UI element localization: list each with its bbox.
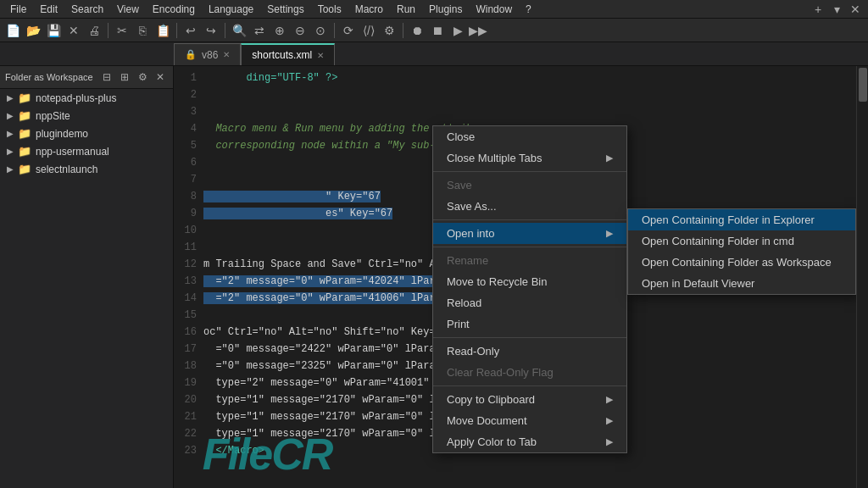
print-button[interactable]: 🖨 — [85, 21, 103, 40]
scroll-thumb[interactable] — [859, 68, 867, 102]
cm-sep-2 — [433, 219, 626, 220]
chevron-right-icon: ▶ — [7, 93, 14, 103]
menu-macro[interactable]: Macro — [348, 2, 390, 17]
arrow-icon: ▶ — [606, 152, 613, 164]
sidebar-close-button[interactable]: ✕ — [153, 69, 168, 85]
new-file-button[interactable]: 📄 — [3, 21, 22, 40]
sidebar-actions: ⊟ ⊞ ⚙ ✕ — [99, 69, 168, 85]
arrow-icon-4: ▶ — [606, 415, 613, 426]
sidebar-header: Folder as Workspace ⊟ ⊞ ⚙ ✕ — [0, 66, 173, 89]
main-area: Folder as Workspace ⊟ ⊞ ⚙ ✕ ▶ 📁 notepad-… — [0, 66, 868, 488]
menu-help[interactable]: ? — [519, 2, 538, 17]
folder-name: notepad-plus-plus — [36, 92, 116, 104]
tab-v86-label: v86 — [202, 49, 218, 61]
sidebar-collapse-button[interactable]: ⊟ — [99, 69, 114, 85]
tab-shortcuts-label: shortcuts.xml — [252, 49, 312, 61]
tab-shortcuts-xml[interactable]: shortcuts.xml ✕ — [241, 43, 335, 65]
menu-file[interactable]: File — [3, 2, 33, 17]
sidebar-item-nppsite[interactable]: ▶ 📁 nppSite — [0, 107, 173, 125]
cm-move-recycle[interactable]: Move to Recycle Bin — [433, 271, 626, 292]
menu-view[interactable]: View — [110, 2, 146, 17]
sm-explorer[interactable]: Open Containing Folder in Explorer — [628, 209, 855, 230]
save-button[interactable]: 💾 — [44, 21, 63, 40]
sm-workspace[interactable]: Open Containing Folder as Workspace — [628, 252, 855, 273]
folder-icon: 📁 — [18, 92, 31, 104]
restore-zoom-button[interactable]: ⊙ — [311, 21, 330, 40]
sidebar-settings-button[interactable]: ⚙ — [135, 69, 150, 85]
scrollbar[interactable] — [856, 66, 868, 488]
replace-button[interactable]: ⇄ — [250, 21, 269, 40]
lock-icon: 🔒 — [185, 49, 197, 60]
cm-save-as[interactable]: Save As... — [433, 196, 626, 217]
chevron-right-icon-4: ▶ — [7, 147, 14, 156]
toolbar: 📄 📂 💾 ✕ 🖨 ✂ ⎘ 📋 ↩ ↪ 🔍 ⇄ ⊕ ⊖ ⊙ ⟳ ⟨/⟩ ⚙ ⏺ … — [0, 19, 868, 42]
sidebar: Folder as Workspace ⊟ ⊞ ⚙ ✕ ▶ 📁 notepad-… — [0, 66, 174, 488]
arrow-icon-5: ▶ — [606, 436, 613, 447]
menu-language[interactable]: Language — [202, 2, 260, 17]
cm-sep-1 — [433, 171, 626, 172]
sidebar-item-usermanual[interactable]: ▶ 📁 npp-usermanual — [0, 142, 173, 160]
folder-icon-4: 📁 — [18, 145, 31, 158]
menu-tools[interactable]: Tools — [311, 2, 348, 17]
paste-button[interactable]: 📋 — [153, 21, 172, 40]
tab-v86[interactable]: 🔒 v86 ✕ — [174, 43, 241, 65]
folder-name-4: npp-usermanual — [36, 146, 109, 158]
menu-encoding[interactable]: Encoding — [146, 2, 202, 17]
tab-v86-close[interactable]: ✕ — [223, 50, 230, 59]
menu-edit[interactable]: Edit — [33, 2, 64, 17]
sm-default-viewer[interactable]: Open in Default Viewer — [628, 273, 855, 294]
cm-apply-color[interactable]: Apply Color to Tab ▶ — [433, 431, 626, 452]
indent-button[interactable]: ⟨/⟩ — [359, 21, 378, 40]
folder-name-2: nppSite — [36, 110, 70, 122]
close-window-button[interactable]: ✕ — [846, 0, 865, 19]
copy-button[interactable]: ⎘ — [133, 21, 152, 40]
toolbar-separator-2 — [176, 23, 177, 38]
cm-sep-4 — [433, 337, 626, 338]
menu-settings[interactable]: Settings — [260, 2, 310, 17]
menu-plugins[interactable]: Plugins — [422, 2, 469, 17]
zoom-out-button[interactable]: ⊖ — [291, 21, 309, 40]
cm-copy-clipboard[interactable]: Copy to Clipboard ▶ — [433, 389, 626, 410]
arrow-icon-3: ▶ — [606, 394, 613, 405]
code-line-1: 1 ding="UTF-8" ?> — [174, 69, 856, 86]
find-button[interactable]: 🔍 — [230, 21, 248, 40]
dropdown-button[interactable]: ▾ — [827, 0, 846, 19]
play-all-button[interactable]: ▶▶ — [469, 21, 487, 40]
new-window-button[interactable]: + — [809, 0, 827, 19]
cm-print[interactable]: Print — [433, 313, 626, 335]
submenu-openinto: Open Containing Folder in Explorer Open … — [627, 208, 856, 295]
code-line-2: 2 — [174, 86, 856, 103]
macro-button[interactable]: ⚙ — [380, 21, 398, 40]
menu-search[interactable]: Search — [64, 2, 110, 17]
menu-window[interactable]: Window — [469, 2, 519, 17]
sync-button[interactable]: ⟳ — [339, 21, 358, 40]
menu-run[interactable]: Run — [390, 2, 422, 17]
stop-button[interactable]: ⏹ — [428, 21, 447, 40]
undo-button[interactable]: ↩ — [181, 21, 200, 40]
sidebar-expand-button[interactable]: ⊞ — [117, 69, 132, 85]
editor[interactable]: 1 ding="UTF-8" ?> 2 3 4 Macro menu & Run… — [174, 66, 856, 488]
context-menu: Close Close Multiple Tabs ▶ Save Save As… — [432, 125, 627, 453]
folder-icon-2: 📁 — [18, 109, 31, 122]
cm-reload[interactable]: Reload — [433, 292, 626, 313]
sidebar-title: Folder as Workspace — [5, 72, 93, 82]
cm-move-document[interactable]: Move Document ▶ — [433, 410, 626, 431]
close-button[interactable]: ✕ — [64, 21, 83, 40]
cm-clear-readonly: Clear Read-Only Flag — [433, 362, 626, 383]
record-button[interactable]: ⏺ — [408, 21, 426, 40]
play-button[interactable]: ▶ — [448, 21, 467, 40]
sidebar-item-plugindemo[interactable]: ▶ 📁 plugindemo — [0, 125, 173, 142]
redo-button[interactable]: ↪ — [202, 21, 220, 40]
open-file-button[interactable]: 📂 — [24, 21, 42, 40]
sidebar-item-selectnlaunch[interactable]: ▶ 📁 selectnlaunch — [0, 160, 173, 178]
zoom-in-button[interactable]: ⊕ — [270, 21, 289, 40]
cm-close[interactable]: Close — [433, 126, 626, 147]
cm-read-only[interactable]: Read-Only — [433, 341, 626, 362]
cm-close-multiple[interactable]: Close Multiple Tabs ▶ — [433, 147, 626, 169]
cut-button[interactable]: ✂ — [113, 21, 131, 40]
sidebar-item-notepad[interactable]: ▶ 📁 notepad-plus-plus — [0, 89, 173, 107]
tab-shortcuts-close[interactable]: ✕ — [317, 51, 324, 60]
menubar: File Edit Search View Encoding Language … — [0, 0, 868, 19]
sm-cmd[interactable]: Open Containing Folder in cmd — [628, 230, 855, 252]
cm-open-into[interactable]: Open into ▶ — [433, 223, 626, 244]
